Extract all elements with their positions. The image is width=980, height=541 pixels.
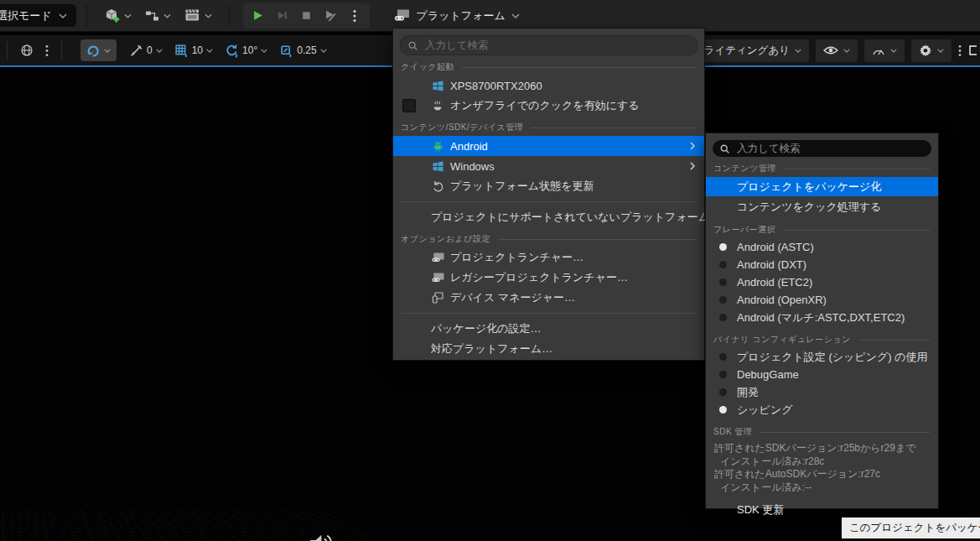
gear-icon [919, 44, 932, 57]
chevron-down-icon [843, 49, 850, 53]
menu-item-packaging-settings[interactable]: パッケージ化の設定… [393, 319, 704, 339]
menu-separator [401, 313, 697, 314]
mode-selector-dropdown[interactable]: 選択モード [0, 4, 76, 27]
autosdk-installed-version: インストール済み:-- [720, 481, 938, 495]
toolbar-separator [229, 5, 230, 27]
platforms-menu-button[interactable]: プラットフォーム [386, 3, 526, 29]
blueprint-nodes-icon [145, 9, 159, 23]
performance-gauge-dropdown[interactable] [864, 39, 905, 62]
flavor-option-dxt[interactable]: Android (DXT) [706, 256, 938, 273]
menu-separator [401, 201, 697, 202]
section-options-settings: オプションおよび設定 [401, 233, 696, 245]
sdk-info-text: 許可されたSDKバージョン:r25bからr29まで インストール済み:r28c … [714, 442, 938, 494]
rotate-tool-button[interactable] [80, 39, 117, 61]
radio-dot-icon [719, 371, 727, 378]
menu-item-android[interactable]: Android [393, 136, 704, 156]
grid-snap-button[interactable]: 10 [169, 39, 219, 61]
binary-option-development[interactable]: 開発 [706, 383, 938, 401]
scale-snap-button[interactable]: 0.25 [273, 39, 332, 61]
flavor-option-etc2[interactable]: Android (ETC2) [706, 273, 938, 291]
grid-snap-value: 10 [192, 44, 203, 56]
section-content-management: コンテンツ管理 [713, 163, 930, 174]
platforms-menu-search[interactable] [400, 35, 697, 55]
windows-device-icon [430, 78, 445, 93]
chevron-down-icon [206, 49, 213, 53]
sdk-allowed-version: 許可されたSDKバージョン:r25bからr29まで [714, 442, 938, 455]
flavor-option-multi[interactable]: Android (マルチ:ASTC,DXT,ETC2) [706, 309, 938, 326]
chevron-right-icon [690, 162, 695, 170]
menu-item-project-launcher[interactable]: プロジェクトランチャー… [393, 247, 704, 268]
menu-item-quick-launch-device[interactable]: XPS8700RTX2060 [393, 75, 704, 96]
ambient-sound-speaker-icon[interactable] [309, 531, 335, 541]
menu-item-cook-content[interactable]: コンテンツをクック処理する [706, 197, 938, 216]
menu-item-legacy-project-launcher[interactable]: レガシープロジェクトランチャー… [393, 268, 704, 288]
viewport-options-kebab-icon[interactable] [39, 39, 54, 61]
gauge-icon [872, 45, 885, 56]
android-submenu-search[interactable] [713, 140, 931, 157]
eject-launch-button[interactable] [319, 5, 343, 27]
mode-selector-label: 選択モード [0, 8, 52, 23]
rotation-snap-button[interactable]: 10° [219, 39, 273, 61]
toolbar-separator [86, 5, 87, 27]
radio-dot-icon [719, 353, 727, 361]
cook-on-fly-checkbox[interactable] [402, 99, 416, 112]
play-controls-group [243, 3, 370, 29]
radio-dot-icon [719, 406, 727, 414]
menu-item-package-project[interactable]: プロジェクトをパッケージ化 [706, 177, 938, 196]
globe-world-button[interactable] [14, 39, 39, 61]
section-content-sdk-device: コンテンツ/SDK/デバイス管理 [401, 122, 696, 133]
chevron-down-icon [124, 13, 132, 18]
play-button[interactable] [246, 5, 270, 27]
toolbar-separator [7, 41, 8, 60]
package-project-tooltip: このプロジェクトをパッケージ化 [841, 517, 980, 539]
menu-item-device-manager[interactable]: デバイス マネージャー… [393, 288, 704, 308]
clapperboard-icon [184, 8, 200, 23]
chevron-down-icon [795, 49, 801, 53]
surface-snap-button[interactable]: 0 [123, 39, 169, 61]
binary-option-project-settings[interactable]: プロジェクト設定 (シッピング) の使用 [706, 348, 938, 366]
search-input[interactable] [735, 142, 925, 155]
platforms-menu-panel: クイック起動 XPS8700RTX2060 オンザフライでのクックを有効にする [392, 28, 705, 361]
flavor-option-openxr[interactable]: Android (OpenXR) [706, 291, 938, 309]
autosdk-allowed-version: 許可されたAutoSDKバージョン:r27c [714, 468, 938, 481]
binary-option-shipping[interactable]: シッピング [706, 401, 938, 419]
chevron-down-icon [156, 49, 163, 53]
viewport-kebab-icon[interactable] [958, 44, 962, 57]
refresh-undo-icon [430, 179, 445, 194]
view-mode-label: ライティングあり [704, 44, 790, 58]
scale-snap-value: 0.25 [297, 44, 316, 56]
radio-dot-icon [719, 314, 727, 321]
menu-item-windows[interactable]: Windows [393, 156, 704, 176]
binary-option-debuggame[interactable]: DebugGame [706, 366, 938, 383]
viewport-settings-dropdown[interactable] [911, 39, 951, 62]
menu-item-unsupported-platforms[interactable]: プロジェクトにサポートされていないプラットフォーム [393, 207, 704, 227]
menu-item-cook-on-the-fly[interactable]: オンザフライでのクックを有効にする [393, 96, 704, 116]
radio-dot-icon [719, 388, 727, 396]
menu-item-supported-platforms[interactable]: 対応プラットフォーム… [393, 339, 704, 359]
unreal-editor-window: 選択モード [0, 0, 980, 541]
maximize-viewport-icon[interactable] [968, 44, 977, 57]
floor-grid [0, 510, 570, 541]
search-input[interactable] [423, 39, 690, 52]
blueprints-button[interactable] [138, 3, 178, 29]
play-options-kebab-icon[interactable] [343, 5, 367, 27]
toolbar-separator [61, 41, 62, 60]
platforms-icon [393, 8, 411, 23]
project-launcher-icon [430, 250, 445, 265]
chevron-down-icon [890, 49, 897, 53]
viewport-toolbar-right: ライティングあり [680, 39, 980, 62]
surface-snap-value: 0 [147, 44, 153, 56]
flavor-option-astc[interactable]: Android (ASTC) [706, 238, 938, 256]
sdk-installed-version: インストール済み:r28c [720, 455, 938, 469]
show-flags-dropdown[interactable] [816, 39, 858, 62]
radio-dot-icon [719, 261, 727, 268]
cinematics-button[interactable] [178, 3, 219, 29]
frame-skip-button[interactable] [270, 5, 294, 27]
add-actor-button[interactable] [97, 3, 138, 29]
chevron-down-icon [261, 49, 267, 53]
menu-item-refresh-platform-status[interactable]: プラットフォーム状態を更新 [393, 176, 704, 196]
device-manager-icon [430, 290, 445, 305]
chevron-down-icon [205, 13, 212, 18]
stop-button[interactable] [294, 5, 319, 27]
section-binary-configuration: バイナリ コンフィギュレーション [713, 334, 930, 346]
